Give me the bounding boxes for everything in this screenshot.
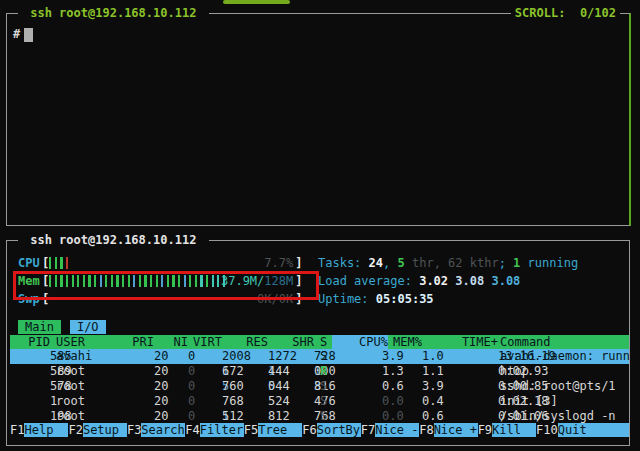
column-header-command[interactable]: Command: [500, 335, 629, 349]
fnkey-f6[interactable]: F6SortBy: [302, 423, 360, 437]
process-row[interactable]: 198root2001512812768S0.00.60:01.06/sbin/…: [10, 409, 629, 424]
cpu-meter-label: CPU: [18, 256, 42, 272]
fnkey-f1[interactable]: F1Help: [10, 423, 68, 437]
cell-shr: 728: [262, 349, 314, 364]
cell-res: 812: [220, 409, 268, 424]
top-pane-title: ssh root@192.168.10.112: [18, 6, 209, 20]
cell-res: 1444: [220, 364, 268, 379]
mem-meter: Mem[37.9M/128M]: [18, 274, 302, 290]
column-header-shr[interactable]: SHR: [262, 335, 314, 349]
column-header-time[interactable]: TIME+: [416, 335, 498, 349]
tab-io[interactable]: I/O: [70, 320, 106, 334]
tab-main[interactable]: Main: [18, 320, 61, 334]
cell-res: 1272: [220, 349, 268, 364]
cell-pid: 198: [10, 409, 50, 424]
swp-meter: Swp[0K/0K]: [18, 292, 302, 308]
fnkey-f4[interactable]: F4Filter: [185, 423, 243, 437]
fnkey-f8[interactable]: F8Nice +: [419, 423, 477, 437]
cpu-meter-bars: 7.7%: [49, 256, 295, 271]
cell-s: S: [320, 379, 332, 394]
cell-pid: 1: [10, 394, 50, 409]
cell-res: 5044: [220, 379, 268, 394]
cell-cpu: 3.9: [332, 349, 382, 364]
cell-virt: 768: [174, 394, 222, 409]
cell-time: 0:02.18: [416, 394, 498, 409]
fnkey-f5[interactable]: F5Tree: [244, 423, 302, 437]
process-table-header: PIDUSERPRINIVIRTRESSHRSCPU%▽MEM%TIME+Com…: [10, 335, 629, 349]
bottom-pane-title: ssh root@192.168.10.112: [18, 233, 209, 247]
cell-pid: 589: [10, 364, 50, 379]
cell-pid: 578: [10, 379, 50, 394]
column-header-pid[interactable]: PID: [10, 335, 50, 349]
mem-meter-value: 37.9M/128M: [221, 274, 293, 288]
cell-time: 0:00.85: [416, 379, 498, 394]
cell-time: 0:02.93: [416, 364, 498, 379]
load-stat: Load average: 3.02 3.08 3.08: [318, 274, 520, 290]
process-row[interactable]: 578root200576050443816S0.63.90:00.85sshd…: [10, 379, 629, 394]
fnkey-f2[interactable]: F2Setup: [68, 423, 126, 437]
fnkey-f7[interactable]: F7Nice -: [361, 423, 419, 437]
cell-cpu: 0.6: [332, 379, 382, 394]
swp-meter-value: 0K/0K: [257, 292, 293, 306]
cell-cpu: 0.0: [332, 394, 382, 409]
scroll-indicator: SCROLL: 0/102: [511, 6, 620, 20]
cell-res: 524: [220, 394, 268, 409]
cell-command: htop: [500, 364, 629, 379]
process-row[interactable]: 589root200167214441000R1.31.10:02.93htop: [10, 364, 629, 379]
cell-virt: 1512: [174, 409, 222, 424]
cell-virt: 5760: [174, 379, 222, 394]
terminal-screen: ssh root@192.168.10.112 SCROLL: 0/102 # …: [0, 0, 640, 451]
text-cursor[interactable]: [24, 28, 33, 42]
cell-s: S: [320, 409, 332, 424]
cell-s: S: [320, 394, 332, 409]
top-pane[interactable]: [6, 13, 631, 226]
swp-meter-bars: 0K/0K: [49, 292, 295, 307]
function-key-bar: F1HelpF2SetupF3SearchF4FilterF5TreeF6Sor…: [10, 423, 629, 437]
cell-time: 0:01.06: [416, 409, 498, 424]
cell-pid: 585: [10, 349, 50, 364]
cell-cpu: 0.0: [332, 409, 382, 424]
fnkey-f10[interactable]: F10Quit: [536, 423, 629, 437]
cell-virt: 1672: [174, 364, 222, 379]
column-header-res[interactable]: RES: [220, 335, 268, 349]
video-artifact-bar: [223, 0, 290, 4]
column-header-s[interactable]: S: [320, 335, 332, 349]
process-row[interactable]: 585avahi20020081272728S3.91.013:16.19ava…: [10, 349, 629, 364]
mem-meter-bars: 37.9M/128M: [49, 274, 295, 289]
swp-meter-label: Swp: [18, 292, 42, 308]
column-header-virt[interactable]: VIRT: [174, 335, 222, 349]
cell-command: sshd: root@pts/1: [500, 379, 629, 394]
mem-meter-label: Mem: [18, 274, 42, 290]
process-row[interactable]: 1root200768524476S0.00.40:02.18init [3]: [10, 394, 629, 409]
cell-command: /sbin/syslogd -n: [500, 409, 629, 424]
cpu-meter-value: 7.7%: [264, 256, 293, 270]
column-header-pri[interactable]: PRI: [110, 335, 154, 349]
cell-s: S: [320, 349, 332, 364]
cell-command: avahi-daemon: running: [500, 349, 629, 364]
cell-pri: 20: [110, 379, 154, 394]
cell-pri: 20: [110, 364, 154, 379]
shell-prompt: #: [13, 27, 20, 41]
cell-shr: 476: [262, 394, 314, 409]
uptime-stat: Uptime: 05:05:35: [318, 292, 434, 308]
htop-tab-bar: MainI/O: [18, 320, 106, 334]
cell-virt: 2008: [174, 349, 222, 364]
cell-pri: 20: [110, 409, 154, 424]
scroll-label: SCROLL:: [515, 6, 566, 20]
cell-shr: 768: [262, 409, 314, 424]
cell-pri: 20: [110, 349, 154, 364]
cell-cpu: 1.3: [332, 364, 382, 379]
cpu-meter: CPU[7.7%]: [18, 256, 302, 272]
fnkey-f9[interactable]: F9Kill: [478, 423, 536, 437]
cell-time: 13:16.19: [416, 349, 498, 364]
cell-shr: 1000: [262, 364, 314, 379]
cell-pri: 20: [110, 394, 154, 409]
tasks-stat: Tasks: 24, 5 thr, 62 kthr; 1 running: [318, 256, 578, 272]
fnkey-f3[interactable]: F3Search: [127, 423, 185, 437]
cell-command: init [3]: [500, 394, 629, 409]
cell-s: R: [320, 364, 332, 379]
cell-shr: 3816: [262, 379, 314, 394]
scroll-value: 0/102: [580, 6, 616, 20]
